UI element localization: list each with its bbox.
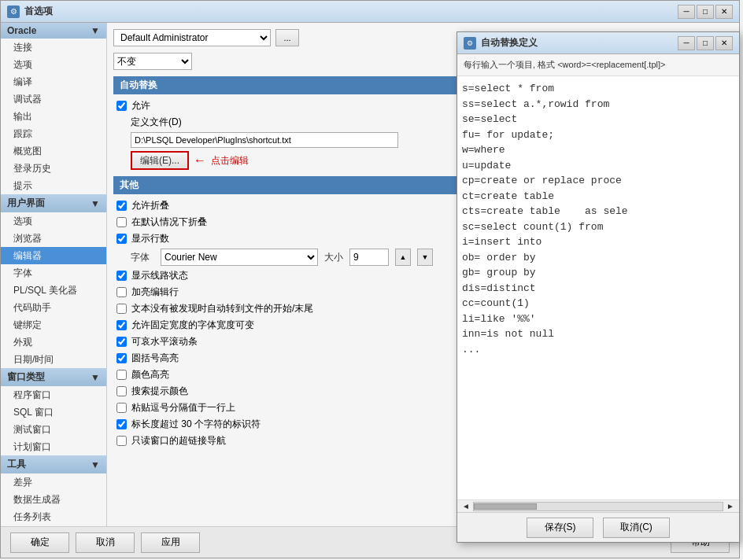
scroll-left-arrow[interactable]: ◄ — [460, 502, 471, 510]
main-window-icon: ⚙ — [7, 6, 20, 18]
sidebar-item-sqlwindow[interactable]: SQL 窗口 — [1, 403, 106, 421]
popup-minimize-btn[interactable]: ─ — [678, 36, 695, 50]
search-color-checkbox[interactable] — [116, 386, 127, 396]
sidebar-group-oracle[interactable]: Oracle ▼ — [1, 23, 106, 39]
sidebar-item-editor[interactable]: 编辑器 — [1, 247, 106, 264]
mark-long-label: 标长度超过 30 个字符的标识符 — [131, 418, 261, 431]
popup-title-bar: ⚙ 自动替换定义 ─ □ ✕ — [457, 32, 739, 54]
popup-bottom-bar: 保存(S) 取消(C) — [457, 512, 739, 542]
color-highlight-label: 颜色高亮 — [131, 368, 169, 381]
sidebar-item-datetime[interactable]: 日期/时间 — [1, 351, 106, 368]
hscroll-thumb[interactable] — [474, 503, 537, 510]
main-close-btn[interactable]: ✕ — [715, 5, 733, 19]
popup-maximize-btn[interactable]: □ — [697, 36, 714, 50]
paren-label: 圆括号高亮 — [131, 352, 179, 365]
profile-dots-btn[interactable]: ... — [275, 29, 299, 46]
sidebar-item-programwindow[interactable]: 程序窗口 — [1, 386, 106, 403]
sidebar-item-appearance[interactable]: 外观 — [1, 333, 106, 351]
cancel-btn[interactable]: 取消 — [76, 532, 135, 553]
show-linenum-checkbox[interactable] — [116, 234, 127, 244]
sidebar-item-overview[interactable]: 概览图 — [1, 142, 106, 160]
font-select[interactable]: Courier New — [161, 249, 318, 266]
popup-cancel-btn[interactable]: 取消(C) — [603, 518, 670, 538]
default-fold-label: 在默认情况下折叠 — [131, 216, 207, 229]
sidebar-group-tools-label: 工具 — [7, 458, 26, 471]
sidebar-item-options2[interactable]: 选项 — [1, 212, 106, 230]
color-highlight-checkbox[interactable] — [116, 370, 127, 380]
sidebar-item-codeassist[interactable]: 代码助手 — [1, 299, 106, 316]
sidebar-item-compile[interactable]: 编译 — [1, 73, 106, 90]
popup-title-controls: ─ □ ✕ — [678, 36, 733, 50]
show-status-checkbox[interactable] — [116, 271, 127, 281]
popup-close-btn[interactable]: ✕ — [715, 36, 733, 50]
sidebar-item-tasklist[interactable]: 任务列表 — [1, 508, 106, 525]
sidebar-item-debugger[interactable]: 调试器 — [1, 90, 106, 108]
paste-checkbox[interactable] — [116, 403, 127, 413]
variable-width-checkbox[interactable] — [116, 320, 127, 330]
sidebar-group-ui-arrow: ▼ — [91, 198, 100, 209]
popup-save-btn[interactable]: 保存(S) — [527, 518, 593, 538]
sidebar-group-tools[interactable]: 工具 ▼ — [1, 455, 106, 473]
allow-checkbox[interactable] — [116, 101, 127, 111]
combo-select[interactable]: 不变 — [113, 53, 192, 70]
sidebar-item-beautifier[interactable]: PL/SQL 美化器 — [1, 282, 106, 299]
hint-text: 点击编辑 — [211, 154, 249, 168]
sidebar: Oracle ▼ 连接 选项 编译 调试器 输出 跟踪 概览图 登录历史 提示 … — [1, 23, 107, 526]
sidebar-item-datagenerator[interactable]: 数据生成器 — [1, 491, 106, 508]
sidebar-item-keybindings[interactable]: 键绑定 — [1, 316, 106, 333]
edit-btn[interactable]: 编辑(E)... — [131, 151, 189, 170]
main-maximize-btn[interactable]: □ — [697, 5, 714, 19]
profile-select[interactable]: Default Administrator — [113, 29, 271, 46]
hscroll-checkbox[interactable] — [116, 337, 127, 347]
popup-hint: 每行输入一个项目, 格式 <word>=<replacement[.tpl]> — [457, 54, 739, 76]
scroll-right-arrow[interactable]: ► — [725, 502, 736, 510]
sidebar-item-browser[interactable]: 浏览器 — [1, 230, 106, 247]
sidebar-item-planwindow[interactable]: 计划窗口 — [1, 438, 106, 455]
file-path-input[interactable] — [131, 132, 398, 148]
size-input[interactable] — [349, 249, 389, 266]
search-color-label: 搜索提示颜色 — [131, 385, 188, 398]
sidebar-group-windows-label: 窗口类型 — [7, 370, 45, 384]
apply-btn[interactable]: 应用 — [141, 532, 200, 553]
popup-title-text: 自动替换定义 — [481, 36, 538, 50]
sidebar-item-connect[interactable]: 连接 — [1, 39, 106, 56]
highlight-checkbox[interactable] — [116, 287, 127, 297]
hscroll-track[interactable] — [473, 502, 723, 511]
variable-width-label: 允许固定宽度的字体宽度可变 — [131, 319, 254, 332]
sidebar-item-options1[interactable]: 选项 — [1, 56, 106, 73]
sidebar-item-testwindow[interactable]: 测试窗口 — [1, 421, 106, 438]
paste-label: 粘贴逗号分隔值于一行上 — [131, 401, 235, 414]
font-label: 字体 — [131, 251, 154, 264]
allow-fold-checkbox[interactable] — [116, 201, 127, 211]
sidebar-group-oracle-label: Oracle — [7, 25, 36, 36]
sidebar-item-hints[interactable]: 提示 — [1, 177, 106, 194]
sidebar-item-loginhistory[interactable]: 登录历史 — [1, 160, 106, 177]
size-down-btn[interactable]: ▼ — [417, 249, 433, 266]
sidebar-group-tools-arrow: ▼ — [91, 459, 100, 470]
sidebar-item-trace[interactable]: 跟踪 — [1, 125, 106, 142]
paren-checkbox[interactable] — [116, 353, 127, 363]
auto-scroll-label: 文本没有被发现时自动转到文件的开始/末尾 — [131, 302, 313, 315]
size-up-btn[interactable]: ▲ — [395, 249, 411, 266]
sidebar-group-ui-label: 用户界面 — [7, 197, 45, 210]
main-title-text: 首选项 — [24, 5, 53, 18]
sidebar-item-output[interactable]: 输出 — [1, 108, 106, 125]
show-linenum-label: 显示行数 — [131, 232, 169, 245]
default-fold-checkbox[interactable] — [116, 217, 127, 227]
main-title-bar: ⚙ 首选项 ─ □ ✕ — [1, 1, 739, 23]
main-minimize-btn[interactable]: ─ — [678, 5, 695, 19]
popup-title-icon: ⚙ — [464, 37, 476, 50]
sidebar-group-windows-arrow: ▼ — [91, 372, 100, 383]
readonly-nav-checkbox[interactable] — [116, 436, 127, 446]
sidebar-group-windows[interactable]: 窗口类型 ▼ — [1, 368, 106, 386]
main-title-controls: ─ □ ✕ — [678, 5, 733, 19]
sidebar-item-font[interactable]: 字体 — [1, 264, 106, 282]
auto-scroll-checkbox[interactable] — [116, 304, 127, 314]
popup-textarea[interactable]: s=select * from ss=select a.*,rowid from… — [457, 76, 739, 499]
popup-window: ⚙ 自动替换定义 ─ □ ✕ 每行输入一个项目, 格式 <word>=<repl… — [457, 31, 740, 543]
mark-long-checkbox[interactable] — [116, 419, 127, 429]
confirm-btn[interactable]: 确定 — [10, 532, 69, 553]
allow-label: 允许 — [131, 99, 150, 112]
sidebar-group-ui[interactable]: 用户界面 ▼ — [1, 194, 106, 212]
sidebar-item-diff[interactable]: 差异 — [1, 473, 106, 491]
